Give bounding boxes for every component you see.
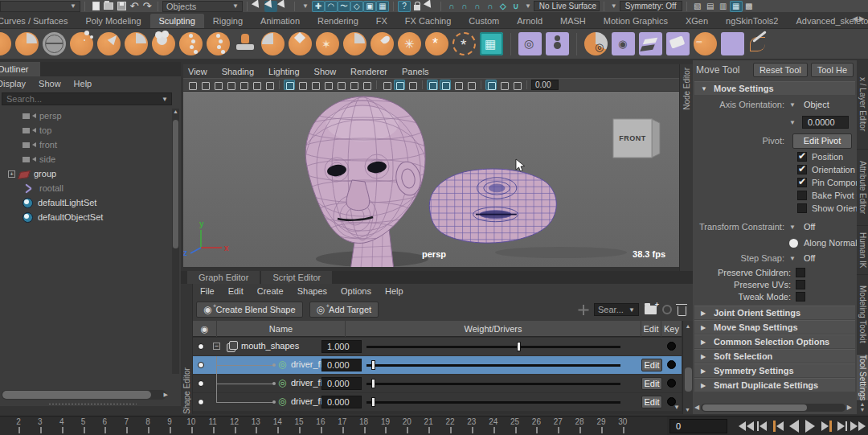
relax-tool-icon[interactable]	[43, 32, 66, 55]
select-component-icon[interactable]	[277, 1, 290, 12]
select-object-icon[interactable]	[264, 1, 277, 12]
section-smart-duplicate-settings[interactable]: ▶Smart Duplicate Settings	[694, 378, 855, 392]
frame-number[interactable]: 29	[592, 417, 610, 426]
xray-icon[interactable]	[498, 80, 510, 90]
frame-number[interactable]: 8	[139, 417, 157, 426]
frame-number[interactable]: 11	[204, 417, 222, 426]
convert-to-frozen-icon[interactable]	[480, 32, 503, 55]
paint-select-icon[interactable]: 〜	[338, 1, 350, 12]
edit-column-header[interactable]: Edit	[641, 321, 661, 337]
viewport-menu-show[interactable]: Show	[314, 67, 337, 76]
frame-number[interactable]: 10	[182, 417, 200, 426]
screen-ao-icon[interactable]	[465, 80, 477, 90]
weight-slider-handle[interactable]	[371, 397, 375, 407]
bookmark-icon[interactable]	[225, 80, 236, 90]
character-view-icon[interactable]	[546, 32, 569, 55]
shelf-tab-rendering[interactable]: Rendering	[309, 14, 367, 28]
weight-slider-track[interactable]	[366, 346, 620, 348]
checkbox-position[interactable]	[797, 152, 807, 162]
weight-slider-handle[interactable]	[371, 379, 375, 388]
image-plane-icon[interactable]	[238, 80, 249, 90]
shelf-tab-rigging[interactable]: Rigging	[204, 14, 252, 28]
lock-icon[interactable]	[411, 1, 424, 12]
shelf-tab-motion-graphics[interactable]: Motion Graphics	[595, 14, 677, 28]
shelf-tab-xgen[interactable]: XGen	[677, 14, 717, 28]
redo-icon[interactable]: ↷	[141, 1, 154, 12]
visibility-toggle[interactable]	[198, 343, 204, 350]
edit-pivot-button[interactable]: Edit Pivot	[792, 133, 852, 149]
frame-number[interactable]: 22	[441, 417, 459, 426]
snap-point-icon[interactable]: ∩	[471, 1, 484, 12]
current-frame-field[interactable]: 0	[669, 419, 727, 433]
new-scene-icon[interactable]	[89, 1, 102, 12]
step-snap-value[interactable]: Off	[796, 253, 815, 263]
shelf-tab-mash[interactable]: MASH	[551, 14, 595, 28]
shadows-icon[interactable]	[452, 80, 464, 90]
show-manipulator-icon[interactable]: ▣	[363, 1, 376, 12]
add-target-button[interactable]: ◎+ Add Target	[309, 302, 379, 318]
outliner-item-defaultobjectset[interactable]: defaultObjectSet	[0, 210, 170, 224]
viewport-menu-lighting[interactable]: Lighting	[268, 67, 300, 76]
shape-row-mouth-shapes[interactable]: −mouth_shapes1.000	[193, 338, 682, 355]
frame-number[interactable]: 25	[506, 417, 524, 426]
mirror-split-icon[interactable]	[721, 32, 744, 55]
frame-number[interactable]: 6	[96, 417, 113, 426]
outliner-tab[interactable]: Outliner	[0, 62, 40, 76]
right-tab-attribute-editor[interactable]: Attribute Editor	[857, 150, 868, 226]
step-forward-frame-button[interactable]	[834, 418, 850, 434]
view-cube[interactable]: FRONT	[613, 119, 660, 158]
shelf-tab-sculpting[interactable]: Sculpting	[150, 14, 204, 28]
sculpt-tool-icon[interactable]	[0, 32, 11, 55]
orientation-offset-field[interactable]: 0.0000	[802, 116, 849, 129]
play-forwards-button[interactable]	[802, 418, 818, 434]
freeze-tool-icon[interactable]	[452, 32, 476, 55]
chevron-down-icon[interactable]: ▼	[789, 119, 796, 126]
plugin-shading-icon[interactable]	[511, 80, 522, 90]
safe-action-icon[interactable]	[348, 80, 359, 90]
go-to-end-button[interactable]	[850, 418, 866, 434]
checkbox-show-orienta[interactable]	[797, 203, 807, 213]
scroll-up-icon[interactable]: ▲	[683, 321, 693, 329]
outliner-item-front[interactable]: front	[0, 137, 170, 152]
frame-number[interactable]: 21	[420, 417, 437, 426]
keyframe-toggle[interactable]	[667, 342, 676, 351]
scroll-down-icon[interactable]: ▼	[685, 407, 690, 412]
frame-number[interactable]: 23	[463, 417, 481, 426]
chevron-down-icon[interactable]: ▼	[525, 2, 531, 10]
weight-value-field[interactable]: 1.000	[321, 340, 362, 353]
chevron-down-icon[interactable]: ▼	[611, 2, 617, 10]
bulge-tool-icon[interactable]	[398, 32, 421, 55]
edit-target-button[interactable]: Edit	[641, 377, 662, 390]
scrape-tool-icon[interactable]	[289, 32, 312, 55]
snap-curve-icon[interactable]: ∩	[458, 1, 471, 12]
grid-icon[interactable]	[284, 80, 295, 90]
weight-value-field[interactable]: 0.000	[321, 377, 362, 390]
shelf-tab-ngskintools2[interactable]: ngSkinTools2	[717, 14, 787, 28]
go-to-start-button[interactable]	[738, 418, 754, 434]
weight-slider-handle[interactable]	[517, 342, 521, 351]
checkbox-preserve-children[interactable]	[796, 268, 805, 277]
marking-menu-icon[interactable]: ▦	[376, 1, 389, 12]
axis-orientation-value[interactable]: Object	[796, 100, 829, 109]
weight-value-field[interactable]: 0.000	[321, 359, 362, 371]
frame-number[interactable]: 13	[247, 417, 264, 426]
chevron-down-icon[interactable]: ▼	[789, 101, 796, 109]
spray-tool-icon[interactable]	[179, 32, 203, 55]
lighting-icon[interactable]	[440, 80, 451, 90]
make-live-icon[interactable]: ∪	[510, 1, 522, 12]
outliner-menu-display[interactable]: Display	[0, 79, 26, 88]
weight-slider-track[interactable]	[366, 401, 620, 404]
weight-slider-track[interactable]	[366, 383, 620, 385]
chevron-down-icon[interactable]: ▼	[162, 96, 171, 103]
wax-tool-icon[interactable]	[261, 32, 285, 55]
panel-tab-graph-editor[interactable]: Graph Editor	[187, 271, 260, 284]
select-camera-icon[interactable]	[186, 80, 198, 90]
flatten-tool-icon[interactable]	[125, 32, 148, 55]
visibility-toggle[interactable]	[198, 399, 204, 405]
key-column-header[interactable]: Key	[661, 321, 682, 337]
scrollbar-thumb[interactable]	[2, 391, 151, 399]
outliner-vertical-scrollbar[interactable]: ▲	[172, 109, 179, 374]
play-backwards-button[interactable]	[786, 418, 802, 434]
weight-column-header[interactable]: Weight/Drivers	[346, 321, 641, 337]
smooth-shade-icon[interactable]	[394, 80, 405, 90]
